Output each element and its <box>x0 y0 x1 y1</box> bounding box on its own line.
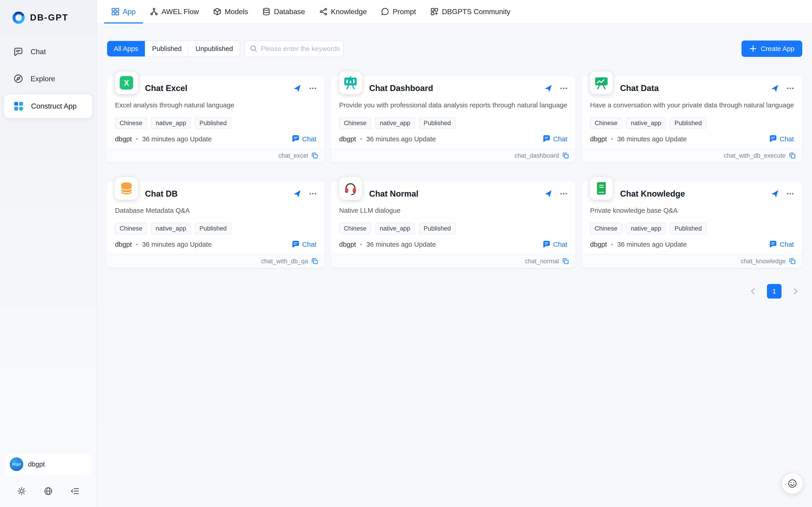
card-header: Chat Normal <box>331 182 576 200</box>
filter-unpublished[interactable]: Unpublished <box>188 41 240 57</box>
app-card-chat-normal[interactable]: Chat Normal Native LLM dialogue Chinese … <box>331 182 576 268</box>
more-ellipsis-icon[interactable] <box>786 189 795 199</box>
tag: native_app <box>375 223 415 234</box>
more-ellipsis-icon[interactable] <box>559 84 568 93</box>
card-meta: dbgpt • 36 minutes ago Update Chat <box>582 234 802 248</box>
create-app-label: Create App <box>761 45 795 53</box>
sidebar-item-construct-app[interactable]: Construct App <box>4 94 92 118</box>
app-icon-tile <box>339 71 362 94</box>
sidebar-item-chat[interactable]: Chat <box>0 39 97 64</box>
copy-icon[interactable] <box>562 258 569 265</box>
search-input[interactable] <box>261 45 348 53</box>
chat-button[interactable]: Chat <box>543 240 567 248</box>
chat-button[interactable]: Chat <box>292 135 316 143</box>
scene-name: chat_dashboard <box>514 152 559 159</box>
app-card-chat-dashboard[interactable]: Chat Dashboard Provide you with professi… <box>331 76 576 163</box>
user-name: dbgpt <box>28 460 45 468</box>
copy-icon[interactable] <box>311 152 318 159</box>
prev-page-chevron-icon[interactable] <box>746 284 760 298</box>
tab-app[interactable]: App <box>104 0 143 23</box>
chat-button-label: Chat <box>780 135 794 143</box>
user-profile[interactable]: dbgpt dbgpt <box>5 453 91 475</box>
tab-knowledge[interactable]: Knowledge <box>312 0 374 23</box>
owner-name: dbgpt <box>339 240 356 248</box>
copy-icon[interactable] <box>562 152 569 159</box>
next-page-chevron-icon[interactable] <box>789 284 802 298</box>
tag: Chinese <box>115 223 147 234</box>
tab-label: Prompt <box>392 7 416 16</box>
scene-bar: chat_dashboard <box>331 149 576 163</box>
tag: Published <box>670 223 706 234</box>
tag: native_app <box>375 117 415 129</box>
chat-button-label: Chat <box>553 240 567 248</box>
tab-models[interactable]: Models <box>206 0 255 23</box>
chat-button-label: Chat <box>553 135 567 143</box>
tab-database[interactable]: Database <box>255 0 312 23</box>
page-number[interactable]: 1 <box>767 284 782 298</box>
sidebar-item-explore[interactable]: Explore <box>0 66 97 91</box>
chat-button[interactable]: Chat <box>292 240 316 248</box>
app-card-chat-excel[interactable]: X Chat Excel Excel analysis through natu… <box>107 76 325 163</box>
more-ellipsis-icon[interactable] <box>308 189 317 199</box>
filter-all-apps[interactable]: All Apps <box>107 41 145 57</box>
publish-cursor-icon[interactable] <box>543 84 553 93</box>
create-app-button[interactable]: Create App <box>742 41 802 57</box>
language-globe-icon[interactable] <box>41 483 56 499</box>
more-ellipsis-icon[interactable] <box>786 84 795 93</box>
apps-plus-icon <box>431 8 438 15</box>
tab-label: Models <box>225 7 248 16</box>
card-meta: dbgpt • 36 minutes ago Update Chat <box>331 234 576 248</box>
publish-cursor-icon[interactable] <box>293 189 302 199</box>
publish-cursor-icon[interactable] <box>543 189 553 199</box>
chat-bubble-icon <box>13 47 23 57</box>
copy-icon[interactable] <box>789 258 796 265</box>
compass-icon <box>13 74 23 83</box>
filter-segmented-control: All Apps Published Unpublished <box>107 41 240 57</box>
filter-published[interactable]: Published <box>145 41 188 57</box>
publish-cursor-icon[interactable] <box>770 84 779 93</box>
tab-prompt[interactable]: Prompt <box>374 0 423 23</box>
sidebar: DB-GPT Chat Explore <box>0 0 97 507</box>
app-card-chat-data[interactable]: Chat Data Have a conversation with your … <box>582 76 802 163</box>
tag: Published <box>419 223 455 234</box>
chat-button[interactable]: Chat <box>769 135 794 143</box>
chat-message-icon <box>543 135 550 143</box>
copy-icon[interactable] <box>311 258 318 265</box>
chat-button[interactable]: Chat <box>769 240 794 248</box>
copy-icon[interactable] <box>789 152 796 159</box>
tag-list: Chinese native_app Published <box>582 110 802 129</box>
scene-bar: chat_normal <box>331 254 576 268</box>
collapse-menu-icon[interactable] <box>67 483 82 499</box>
theme-sun-icon[interactable] <box>14 483 29 499</box>
data-icon <box>594 75 609 90</box>
app-title: Chat DB <box>145 189 178 199</box>
feedback-smiley-button[interactable] <box>782 473 803 494</box>
share-nodes-icon <box>320 8 327 15</box>
meta-separator: • <box>136 135 138 142</box>
app-icon-tile: X <box>115 71 138 94</box>
scene-name: chat_knowledge <box>741 258 786 265</box>
apps-grid-icon <box>13 101 24 112</box>
publish-cursor-icon[interactable] <box>770 189 779 199</box>
app-card-chat-knowledge[interactable]: Chat Knowledge Private knowledge base Q&… <box>582 182 802 268</box>
tab-label: Knowledge <box>331 7 367 16</box>
sidebar-item-label: Chat <box>30 48 46 56</box>
scene-bar: chat_with_db_execute <box>582 149 802 163</box>
card-header: Chat Dashboard <box>331 76 576 95</box>
card-meta: dbgpt • 36 minutes ago Update Chat <box>331 129 576 143</box>
more-ellipsis-icon[interactable] <box>559 189 568 199</box>
tab-label: App <box>123 7 136 16</box>
app-icon-tile <box>115 177 138 200</box>
cube-icon <box>213 8 221 15</box>
updated-time: 36 minutes ago Update <box>617 240 687 248</box>
publish-cursor-icon[interactable] <box>293 84 302 93</box>
tag: Published <box>670 117 706 129</box>
app-card-chat-db[interactable]: Chat DB Database Metadata Q&A Chinese na… <box>107 182 325 268</box>
db-icon <box>119 181 134 196</box>
tab-dbgpts-community[interactable]: DBGPTS Community <box>423 0 518 23</box>
grid-icon <box>112 8 119 15</box>
more-ellipsis-icon[interactable] <box>308 84 317 93</box>
tab-awel-flow[interactable]: AWEL Flow <box>143 0 206 23</box>
plus-icon <box>749 45 757 52</box>
chat-button[interactable]: Chat <box>543 135 567 143</box>
